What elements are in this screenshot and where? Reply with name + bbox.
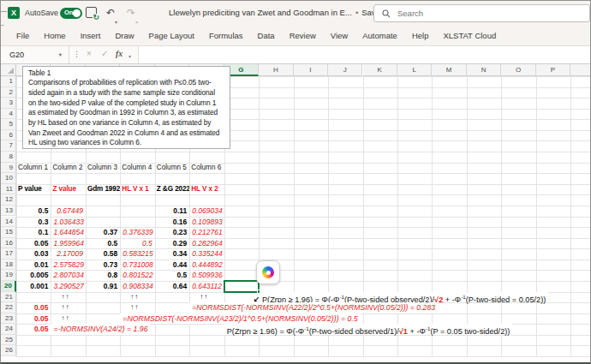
excel-app-icon[interactable]: X	[8, 7, 20, 19]
cell-E14[interactable]: 0.16	[155, 217, 189, 228]
row-header-1[interactable]: 1	[1, 76, 16, 87]
table1-text-box[interactable]: Table 1Comparisons of probabilities of r…	[22, 66, 230, 149]
cell-A24[interactable]: 0.05	[16, 324, 51, 335]
cell-E17[interactable]: 0.34	[155, 248, 189, 260]
row-header-4[interactable]: 4	[1, 109, 16, 120]
cell-A9[interactable]: Column 1	[16, 163, 51, 174]
cell-E19[interactable]: 0.5	[155, 270, 189, 281]
row-header-11[interactable]: 11	[1, 184, 16, 195]
menu-tab-xlstat-cloud[interactable]: XLSTAT Cloud	[443, 31, 496, 40]
row-header-12[interactable]: 12	[1, 194, 16, 206]
fx-dropdown-icon[interactable]: ▾	[128, 53, 131, 59]
cell-C9[interactable]: Column 3	[86, 163, 120, 174]
cancel-icon[interactable]: ×	[87, 49, 92, 58]
cell-E20[interactable]: 0.64	[155, 281, 189, 292]
row-header-2[interactable]: 2	[1, 87, 16, 98]
column-header-M[interactable]: M	[432, 64, 466, 76]
row-header-24[interactable]: 24	[1, 324, 16, 335]
cell-B21[interactable]: ↑↑	[51, 292, 85, 303]
cell-A22[interactable]: 0.05	[16, 302, 51, 313]
menu-tab-automate[interactable]: Automate	[362, 31, 397, 40]
cell-A13[interactable]: 0.5	[16, 206, 51, 217]
cell-C16[interactable]: 0.5	[86, 238, 120, 249]
cell-F13[interactable]: 0.069034	[189, 206, 224, 217]
row-header-5[interactable]: 5	[1, 119, 16, 130]
column-header-O[interactable]: O	[501, 64, 535, 76]
cell-F20[interactable]: 0.643112	[189, 281, 224, 292]
cell-A14[interactable]: 0.3	[16, 217, 51, 228]
cell-C17[interactable]: 0.58	[86, 248, 120, 260]
cell-B24[interactable]: =-NORMSINV(A24/2) = 1.96	[51, 324, 150, 335]
enter-icon[interactable]: ✓	[101, 49, 108, 58]
row-header-9[interactable]: 9	[1, 163, 16, 174]
row-header-25[interactable]: 25	[1, 335, 16, 346]
name-box-dropdown-icon[interactable]: ▾	[59, 51, 62, 58]
menu-tab-help[interactable]: Help	[412, 31, 429, 40]
cell-F16[interactable]: 0.282964	[189, 238, 224, 249]
undo-icon[interactable]: ↶▾	[106, 6, 115, 20]
cell-E9[interactable]: Column 5	[155, 163, 189, 174]
copilot-button[interactable]	[256, 260, 280, 284]
cell-A23[interactable]: 0.05	[16, 313, 51, 325]
row-header-26[interactable]: 26	[1, 345, 16, 356]
row-header-13[interactable]: 13	[1, 206, 16, 217]
formula-input[interactable]	[138, 46, 590, 63]
cell-B17[interactable]: 2.17009	[51, 248, 85, 260]
cell-B15[interactable]: 1.644854	[51, 227, 85, 238]
save-icon[interactable]: ↻	[86, 7, 97, 18]
row-header-3[interactable]: 3	[1, 98, 16, 109]
row-header-17[interactable]: 17	[1, 248, 16, 260]
cell-B20[interactable]: 3.290527	[51, 281, 85, 292]
menu-tab-home[interactable]: Home	[44, 31, 65, 40]
cell-F19[interactable]: 0.509936	[189, 270, 224, 281]
cell-A19[interactable]: 0.005	[16, 270, 51, 281]
cell-F18[interactable]: 0.444892	[189, 260, 224, 271]
search-input[interactable]: Search	[373, 4, 590, 22]
row-header-21[interactable]: 21	[1, 292, 16, 303]
cell-B23[interactable]: ↑↑	[51, 313, 85, 325]
cell-A11[interactable]: P value	[16, 184, 51, 195]
row-header-15[interactable]: 15	[1, 227, 16, 238]
cell-E16[interactable]: 0.29	[155, 238, 189, 249]
cell-A16[interactable]: 0.05	[16, 238, 51, 249]
cell-F11[interactable]: HL V x 2	[189, 184, 224, 195]
cell-F21[interactable]: ↑↑	[189, 292, 224, 303]
column-header-I[interactable]: I	[294, 64, 328, 76]
cell-C19[interactable]: 0.8	[86, 270, 120, 281]
cell-F14[interactable]: 0.109893	[189, 217, 224, 228]
cell-B19[interactable]: 2.807034	[51, 270, 85, 281]
cell-D23[interactable]: =NORMSDIST(-NORMSINV(A23/2)/1^0.5+(NORMS…	[120, 313, 360, 325]
row-header-14[interactable]: 14	[1, 217, 16, 228]
column-header-P[interactable]: P	[536, 64, 570, 76]
cell-D22[interactable]: ↑↑	[120, 302, 154, 313]
cell-F17[interactable]: 0.335244	[189, 248, 224, 260]
cell-B13[interactable]: 0.67449	[51, 206, 85, 217]
row-header-22[interactable]: 22	[1, 302, 16, 313]
cell-D17[interactable]: 0.583215	[120, 248, 154, 260]
menu-tab-insert[interactable]: Insert	[81, 31, 101, 40]
cell-D15[interactable]: 0.376339	[120, 227, 154, 238]
row-header-19[interactable]: 19	[1, 270, 16, 281]
menu-tab-draw[interactable]: Draw	[115, 31, 134, 40]
cell-A20[interactable]: 0.001	[16, 281, 51, 292]
column-header-L[interactable]: L	[397, 64, 432, 76]
cell-F9[interactable]: Column 6	[189, 163, 224, 174]
row-header-7[interactable]: 7	[1, 140, 16, 152]
insert-function-icon[interactable]: fx	[116, 49, 122, 58]
cell-E13[interactable]: 0.11	[155, 206, 189, 217]
redo-icon[interactable]: ↷▾	[127, 6, 135, 20]
row-header-10[interactable]: 10	[1, 173, 16, 184]
cell-B9[interactable]: Column 2	[51, 163, 85, 174]
row-header-16[interactable]: 16	[1, 238, 16, 249]
cell-C11[interactable]: Gdm 1992	[86, 184, 120, 195]
menu-tab-file[interactable]: File	[16, 31, 29, 40]
cell-B11[interactable]: Z value	[51, 184, 85, 195]
cell-C18[interactable]: 0.73	[86, 260, 120, 271]
column-header-partial[interactable]	[570, 64, 591, 76]
cell-D19[interactable]: 0.801522	[120, 270, 154, 281]
menu-tab-formulas[interactable]: Formulas	[209, 31, 243, 40]
document-title[interactable]: Llewelyn prediciting van Zwet and Goodma…	[169, 8, 391, 17]
column-header-N[interactable]: N	[467, 64, 501, 76]
menu-tab-view[interactable]: View	[331, 31, 348, 40]
cell-B22[interactable]: ↑↑	[51, 302, 85, 313]
